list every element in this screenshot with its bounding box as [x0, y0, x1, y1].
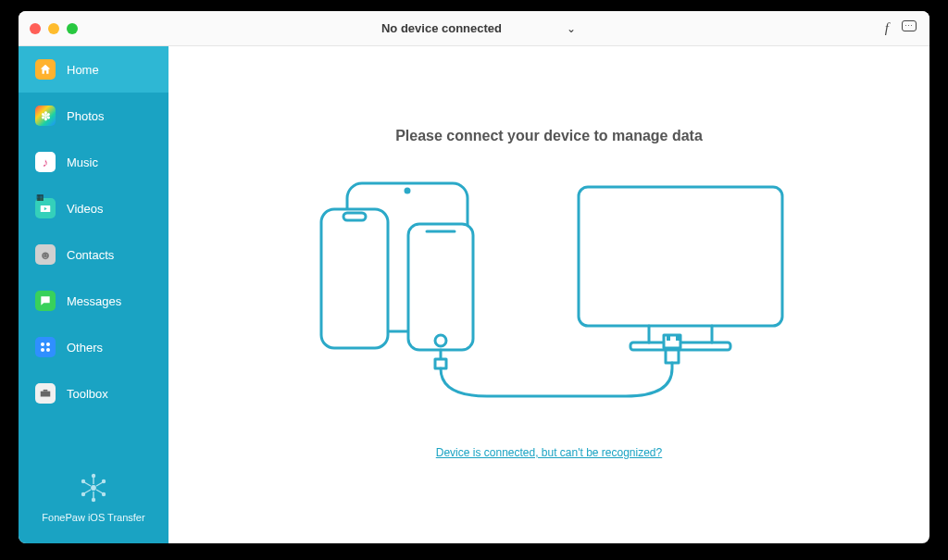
svg-point-13: [103, 480, 106, 483]
contacts-icon: ☻: [35, 244, 56, 265]
sidebar-item-label: Messages: [67, 294, 121, 308]
sidebar-item-videos[interactable]: ▦ Videos: [19, 185, 168, 231]
sidebar-item-music[interactable]: ♪ Music: [19, 139, 168, 185]
svg-point-9: [93, 499, 95, 502]
titlebar-right-icons: f ···: [885, 20, 917, 36]
sidebar-item-toolbox[interactable]: Toolbox: [19, 370, 168, 417]
svg-point-19: [405, 189, 409, 193]
sidebar-item-label: Photos: [67, 109, 104, 123]
sidebar-item-contacts[interactable]: ☻ Contacts: [19, 231, 168, 278]
device-status-label: No device connected: [381, 21, 502, 35]
svg-rect-25: [579, 187, 782, 326]
sidebar-item-home[interactable]: Home: [19, 46, 168, 93]
home-icon: [35, 59, 56, 80]
svg-line-16: [96, 490, 103, 493]
svg-rect-20: [321, 209, 388, 348]
sidebar-item-label: Toolbox: [67, 387, 108, 401]
titlebar: No device connected ⌄ f ···: [19, 11, 929, 46]
connect-illustration: [308, 178, 790, 409]
sidebar-item-others[interactable]: Others: [19, 324, 168, 370]
sidebar-item-label: Contacts: [67, 248, 114, 262]
feedback-icon[interactable]: ···: [902, 20, 917, 31]
sidebar-item-label: Home: [67, 63, 99, 77]
svg-point-2: [46, 342, 50, 346]
svg-point-17: [103, 493, 106, 496]
svg-point-11: [82, 480, 85, 483]
svg-rect-30: [676, 335, 680, 341]
others-icon: [35, 337, 56, 357]
svg-line-10: [84, 482, 91, 486]
close-window-button[interactable]: [30, 23, 41, 34]
main-content: Please connect your device to manage dat…: [168, 46, 929, 543]
minimize-window-button[interactable]: [48, 23, 59, 34]
sidebar-item-label: Others: [67, 341, 103, 355]
branding: FonePaw iOS Transfer: [19, 456, 168, 543]
svg-point-4: [46, 348, 50, 352]
sidebar-item-photos[interactable]: ✽ Photos: [19, 93, 168, 139]
traffic-lights: [30, 23, 78, 34]
svg-line-14: [84, 490, 91, 493]
help-link[interactable]: Device is connected, but can't be recogn…: [436, 446, 662, 459]
sidebar-item-messages[interactable]: Messages: [19, 278, 168, 324]
device-selector[interactable]: No device connected ⌄: [372, 21, 576, 35]
app-window: No device connected ⌄ f ··· Home ✽ Photo…: [19, 11, 929, 543]
svg-point-7: [93, 475, 95, 478]
toolbox-icon: [35, 383, 56, 404]
sidebar: Home ✽ Photos ♪ Music ▦ Videos: [19, 46, 168, 543]
svg-rect-22: [408, 224, 473, 350]
messages-icon: [35, 291, 56, 311]
brand-name: FonePaw iOS Transfer: [42, 512, 144, 523]
videos-icon: ▦: [35, 198, 56, 218]
chevron-down-icon: ⌄: [567, 22, 576, 35]
sidebar-item-label: Videos: [67, 202, 104, 216]
main-title: Please connect your device to manage dat…: [395, 128, 703, 144]
nav: Home ✽ Photos ♪ Music ▦ Videos: [19, 46, 168, 456]
app-body: Home ✽ Photos ♪ Music ▦ Videos: [19, 46, 929, 543]
sidebar-item-label: Music: [67, 156, 98, 169]
svg-point-5: [92, 486, 95, 490]
music-icon: ♪: [35, 152, 56, 172]
svg-point-3: [41, 348, 44, 352]
svg-line-12: [96, 482, 103, 486]
zoom-window-button[interactable]: [67, 23, 78, 34]
svg-point-1: [41, 342, 44, 346]
svg-point-15: [82, 493, 85, 496]
brand-logo-icon: [79, 473, 108, 503]
photos-icon: ✽: [35, 106, 56, 126]
svg-rect-29: [667, 335, 670, 341]
facebook-icon[interactable]: f: [885, 20, 889, 36]
